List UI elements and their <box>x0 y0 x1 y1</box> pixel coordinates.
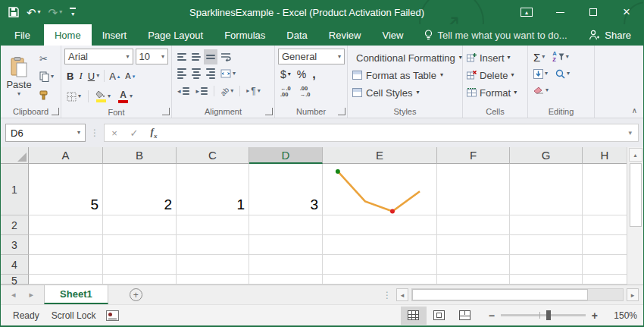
cell-G2[interactable] <box>510 215 583 235</box>
ribbon-display-options-button[interactable]: ▴ <box>510 0 543 24</box>
cell-B3[interactable] <box>103 235 177 255</box>
formula-input[interactable] <box>164 124 622 141</box>
delete-cells-button[interactable]: Delete ▾ <box>464 67 526 83</box>
text-direction-button[interactable]: ▸ ¶ ▾ <box>244 83 262 99</box>
cell-C5[interactable] <box>177 275 249 285</box>
paste-button[interactable]: Paste ▾ <box>2 48 36 105</box>
cell-C2[interactable] <box>177 215 249 235</box>
font-color-button[interactable]: A ▾ <box>116 89 135 104</box>
normal-view-button[interactable] <box>401 307 427 325</box>
cell-E4[interactable] <box>323 255 437 275</box>
alignment-dialog-launcher[interactable] <box>265 108 273 115</box>
cell-A2[interactable] <box>29 215 103 235</box>
copy-button[interactable]: ▾ <box>37 69 56 84</box>
cell-G3[interactable] <box>510 235 583 255</box>
cell-F3[interactable] <box>437 235 510 255</box>
cell-A3[interactable] <box>29 235 103 255</box>
horizontal-scrollbar-track[interactable] <box>411 288 624 301</box>
tab-file[interactable]: File <box>1 24 44 46</box>
column-header-g[interactable]: G <box>510 147 583 164</box>
cell-H2[interactable] <box>583 215 627 235</box>
format-cells-button[interactable]: Format ▾ <box>464 84 526 101</box>
enter-button[interactable]: ✓ <box>124 127 144 139</box>
decrease-font-button[interactable]: A ▾ <box>123 68 137 83</box>
formula-bar-expand-icon[interactable]: ▾ <box>622 129 638 137</box>
font-name-combo[interactable]: Arial ▾ <box>64 49 133 64</box>
minimize-button[interactable] <box>543 0 577 24</box>
cell-D2[interactable] <box>249 215 323 235</box>
zoom-level[interactable]: 150% <box>604 310 637 321</box>
column-header-h[interactable]: H <box>583 147 627 164</box>
save-button[interactable] <box>8 7 19 17</box>
insert-function-button[interactable]: fx <box>144 126 164 140</box>
name-box[interactable]: D6 ▾ <box>5 124 86 142</box>
horizontal-scrollbar-thumb[interactable] <box>412 289 588 300</box>
fill-button[interactable]: ▾ <box>531 66 550 81</box>
number-format-combo[interactable]: General ▾ <box>278 49 345 64</box>
cell-styles-button[interactable]: Cell Styles ▾ <box>349 84 461 101</box>
cell-F5[interactable] <box>437 275 510 285</box>
cell-H1[interactable] <box>583 164 627 215</box>
page-layout-view-button[interactable] <box>427 307 452 325</box>
cell-B1[interactable]: 2 <box>103 164 177 215</box>
cell-C1[interactable]: 1 <box>177 164 249 215</box>
cancel-button[interactable]: × <box>105 127 124 139</box>
tab-review[interactable]: Review <box>318 24 372 46</box>
decrease-decimal-button[interactable]: .00→.0 <box>298 84 313 99</box>
collapse-ribbon-button[interactable]: ∧ <box>632 106 637 115</box>
prev-sheet-button[interactable]: ◂ <box>11 290 16 300</box>
sheet-tab-sheet1[interactable]: Sheet1 <box>44 285 108 304</box>
maximize-button[interactable] <box>577 0 610 24</box>
formula-bar-separator[interactable]: ⋮ <box>89 127 101 138</box>
middle-align-button[interactable] <box>189 49 203 64</box>
cell-C3[interactable] <box>177 235 249 255</box>
cell-F2[interactable] <box>437 215 510 235</box>
cell-E5[interactable] <box>323 275 437 285</box>
tell-me-box[interactable]: Tell me what you want to do... <box>424 24 567 46</box>
macro-record-button[interactable] <box>106 310 119 321</box>
tab-page-layout[interactable]: Page Layout <box>137 24 214 46</box>
cell-E3[interactable] <box>323 235 437 255</box>
cell-A4[interactable] <box>29 255 103 275</box>
tab-insert[interactable]: Insert <box>92 24 138 46</box>
tab-formulas[interactable]: Formulas <box>214 24 276 46</box>
column-header-e[interactable]: E <box>323 147 437 164</box>
increase-indent-button[interactable]: ▸ <box>194 83 211 99</box>
cell-B5[interactable] <box>103 275 177 285</box>
cell-D4[interactable] <box>249 255 323 275</box>
tab-data[interactable]: Data <box>276 24 317 46</box>
font-size-combo[interactable]: 10 ▾ <box>136 49 168 64</box>
find-select-button[interactable]: ▾ <box>553 66 572 81</box>
cell-F1[interactable] <box>437 164 510 215</box>
zoom-slider-thumb[interactable] <box>546 310 551 320</box>
scroll-left-button[interactable]: ◂ <box>396 288 408 301</box>
align-center-button[interactable] <box>189 66 203 81</box>
wrap-text-button[interactable] <box>218 49 233 64</box>
row-header-3[interactable]: 3 <box>1 235 29 255</box>
comma-style-button[interactable]: , <box>310 67 317 82</box>
new-sheet-button[interactable]: + <box>130 288 142 301</box>
customize-qat-button[interactable]: ▾ <box>70 8 76 17</box>
row-header-1[interactable]: 1 <box>1 164 29 215</box>
merge-center-button[interactable]: ▾ <box>218 66 238 81</box>
column-header-d[interactable]: D <box>249 147 323 164</box>
cell-D1[interactable]: 3 <box>249 164 323 215</box>
cell-A1[interactable]: 5 <box>29 164 103 215</box>
cell-G1[interactable] <box>510 164 583 215</box>
vertical-scrollbar[interactable]: ▴ <box>627 147 643 285</box>
column-header-b[interactable]: B <box>103 147 177 164</box>
tabbar-splitter[interactable]: ⋮ <box>381 290 393 300</box>
accounting-format-button[interactable]: $ ▾ <box>278 67 293 82</box>
cell-D5[interactable] <box>249 275 323 285</box>
format-as-table-button[interactable]: Format as Table ▾ <box>349 67 461 83</box>
select-all-button[interactable] <box>1 147 29 164</box>
cell-C4[interactable] <box>177 255 249 275</box>
autosum-button[interactable]: Σ ▾ <box>531 49 547 64</box>
zoom-in-button[interactable]: + <box>592 310 598 322</box>
row-header-4[interactable]: 4 <box>1 255 29 275</box>
align-left-button[interactable] <box>175 66 189 81</box>
cell-E1-sparkline[interactable] <box>323 164 437 215</box>
cell-A5[interactable] <box>29 275 103 285</box>
insert-cells-button[interactable]: Insert ▾ <box>464 49 526 66</box>
font-dialog-launcher[interactable] <box>162 108 170 115</box>
